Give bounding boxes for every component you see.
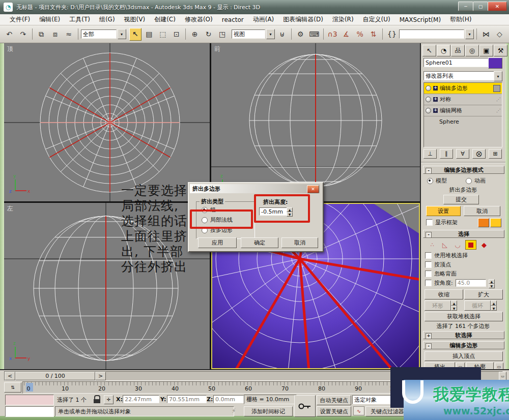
close-button[interactable]: ✕ [488,2,507,11]
dialog-title-bar[interactable]: 挤出多边形 [190,184,320,193]
menu-rendering[interactable]: 渲染(R) [328,15,358,24]
spinner-up-icon[interactable]: ▲ [489,279,495,284]
insert-vertex-button[interactable]: 插入顶点 [425,351,503,361]
select-and-move-icon[interactable]: ⊕ [188,28,201,41]
communicator-icon[interactable]: ⚡ [232,407,236,414]
rollout-selection-header[interactable]: - 选择 [423,230,504,238]
selection-filter-dropdown[interactable]: 全部 [81,29,117,39]
by-vertex-row[interactable]: 按顶点 [425,261,451,268]
dialog-apply-button[interactable]: 应用 [198,237,237,248]
select-and-manipulate-icon[interactable]: ⚙ [294,28,307,41]
menu-maxscript[interactable]: MAXScript(M) [395,16,445,23]
menu-file[interactable]: 文件(F) [5,15,35,24]
by-angle-spinner[interactable]: ▲ ▼ [489,279,495,287]
configure-modifier-sets-icon[interactable]: ⊞ [489,149,502,159]
modifier-enable-icon[interactable] [426,108,431,113]
menu-modifiers[interactable]: 修改器(O) [180,15,217,24]
window-crossing-icon[interactable]: ⊡ [170,28,183,41]
y-coord-field[interactable]: 70.551mm [167,395,207,403]
menu-edit[interactable]: 编辑(E) [35,15,65,24]
element-subobject-icon[interactable]: ◆ [479,241,489,249]
remove-modifier-icon[interactable]: ⨂ [472,149,486,159]
menu-group[interactable]: 组(G) [95,15,120,24]
rollout-edit-poly-mode-header[interactable]: - 编辑多边形模式 [423,166,504,174]
x-coord-field[interactable]: 22.47mm [123,395,159,403]
dialog-ok-button[interactable]: 确定 [241,237,278,248]
modifier-enable-icon[interactable] [426,97,431,102]
menu-views[interactable]: 视图(V) [120,15,150,24]
snap-toggle-icon[interactable]: ∩3 [326,28,339,41]
expand-modifier-icon[interactable]: + [433,97,438,102]
settings-button[interactable]: 设置 [426,206,461,216]
subobject-level-icon[interactable] [493,85,500,92]
spinner-down-icon[interactable]: ▼ [491,306,497,311]
minimize-button[interactable]: ─ [458,2,473,11]
set-key-button[interactable]: 设置关键点 [317,406,351,416]
open-mini-track-view-button[interactable]: ⇅ [4,382,21,393]
show-cage-checkbox[interactable] [426,219,433,226]
bind-to-space-warp-icon[interactable]: ≈ [63,28,75,41]
edge-subobject-icon[interactable]: ◺ [440,241,450,249]
trackbar-mini-curve-button[interactable]: ▭ [499,372,506,380]
align-icon[interactable]: ◇ [493,28,506,41]
reference-coordinate-arrow[interactable]: ▾ [266,29,275,39]
cage-color-swatch-2[interactable] [490,218,501,227]
by-angle-field[interactable]: 45.0 [456,279,486,287]
z-coord-field[interactable]: 0.0mm [213,395,244,403]
named-selection-dropdown[interactable] [399,29,464,39]
use-stack-selection-row[interactable]: 使用堆栈选择 [425,252,468,259]
redo-icon[interactable]: ↷ [17,28,30,41]
keyboard-override-icon[interactable]: ⌨ [308,28,321,41]
show-cage-row[interactable]: 显示框架 [426,219,458,226]
absolute-offset-toggle-icon[interactable]: ✛ [104,395,114,404]
spinner-down-icon[interactable]: ▼ [451,306,457,311]
tab-hierarchy-icon[interactable]: 品 [451,45,465,56]
tab-create-icon[interactable]: ↖ [422,45,436,56]
auto-key-button[interactable]: 自动关键点 [317,395,351,405]
by-angle-checkbox[interactable] [425,280,432,286]
pin-stack-icon[interactable]: ⊥ [423,149,437,159]
tab-modify-icon[interactable]: ◔ [437,45,450,56]
tab-motion-icon[interactable]: ◎ [465,45,479,56]
menu-help[interactable]: 帮助(H) [445,15,476,24]
maximize-button[interactable]: ▢ [473,2,488,11]
named-selection-arrow[interactable]: ▾ [465,29,474,39]
by-vertex-checkbox[interactable] [425,261,432,268]
mode-cancel-button[interactable]: 取消 [464,206,500,216]
loop-button[interactable]: 循环 [464,301,491,311]
set-keys-button[interactable] [294,395,316,417]
selection-lock-icon[interactable] [93,395,101,403]
modifier-list-dropdown[interactable]: 修改器列表 [423,71,496,80]
spinner-snap-icon[interactable]: ⇅ [367,28,380,41]
show-end-result-icon[interactable]: ∥ [440,149,453,159]
menu-create[interactable]: 创建(C) [150,15,180,24]
reference-coordinate-dropdown[interactable]: 视图 [232,29,265,39]
maxscript-mini-listener-white[interactable] [5,406,54,417]
grow-button[interactable]: 扩大 [464,289,503,299]
time-slider-handle[interactable]: 0 / 100 [15,372,95,380]
spinner-down-icon[interactable]: ▼ [489,284,495,288]
by-angle-row[interactable]: 按角度: 45.0 ▲ ▼ [425,279,495,287]
menu-reactor[interactable]: reactor [217,16,248,23]
select-object-icon[interactable]: ↖ [129,28,142,41]
stack-row-symmetry[interactable]: + 对称 ⋰ [424,94,502,105]
ring-button[interactable]: 环形 [425,301,451,311]
select-and-scale-icon[interactable]: ◳ [216,28,229,41]
ignore-backfacing-row[interactable]: 忽略背面 [425,270,457,278]
modifier-enable-icon[interactable] [426,85,431,91]
make-unique-icon[interactable]: ∀ [456,149,469,159]
expand-modifier-icon[interactable]: + [433,108,438,113]
undo-icon[interactable]: ↶ [3,28,16,41]
viewport-top[interactable]: yx z 顶 [4,43,210,201]
menu-customize[interactable]: 自定义(U) [358,15,395,24]
polygon-subobject-icon[interactable] [465,240,476,250]
viewport-front[interactable]: zx y 前 [211,43,420,201]
time-slider-next-button[interactable]: > [95,372,106,380]
use-pivot-center-icon[interactable]: ⊎ [276,28,289,41]
rollout-edit-polygons-header[interactable]: - 编辑多边形 [423,341,504,349]
ignore-backfacing-checkbox[interactable] [425,271,432,277]
select-and-rotate-icon[interactable]: ↻ [202,28,215,41]
tab-display-icon[interactable]: ▣ [479,45,493,56]
dialog-cancel-button[interactable]: 取消 [281,237,318,248]
use-stack-selection-checkbox[interactable] [425,252,432,259]
